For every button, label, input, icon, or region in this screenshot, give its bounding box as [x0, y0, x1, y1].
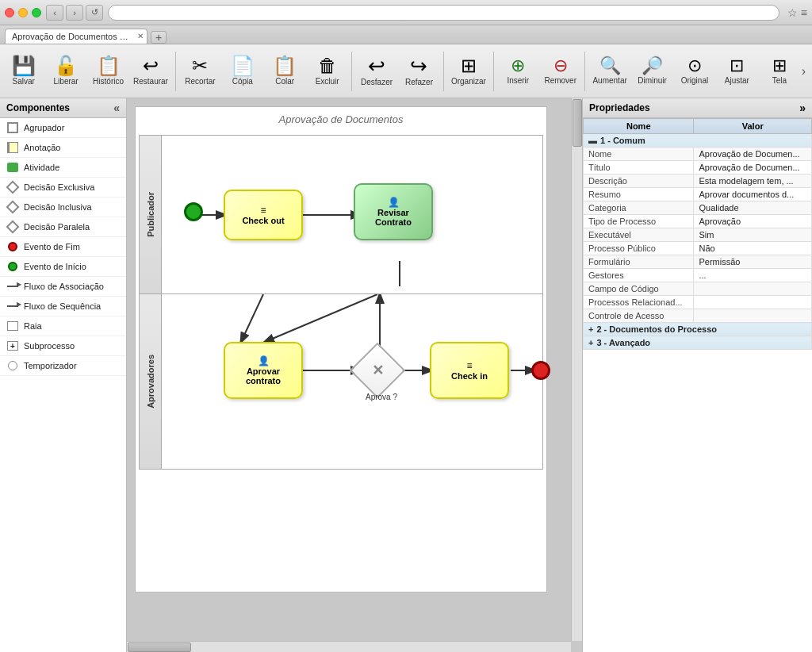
gateway-label: Aprova ?: [362, 393, 401, 401]
undo-icon: ↩: [368, 56, 385, 76]
collapse-components-button[interactable]: «: [113, 102, 120, 114]
component-agrupador[interactable]: Agrupador: [0, 118, 126, 138]
expand-properties-button[interactable]: »: [799, 102, 806, 114]
task-revisar[interactable]: 👤 RevisarContrato: [354, 183, 433, 240]
section-documentos[interactable]: +2 - Documentos do Processo: [584, 323, 812, 336]
scrollbar-thumb-v[interactable]: [573, 99, 582, 147]
component-decisao-exclusiva[interactable]: Decisão Exclusiva: [0, 178, 126, 198]
refresh-button[interactable]: ↺: [86, 5, 103, 21]
toolbar-expand[interactable]: ›: [802, 64, 809, 79]
toolbar: 💾 Salvar 🔓 Liberar 📋 Histórico ↩ Restaur…: [0, 44, 812, 98]
maximize-button[interactable]: [32, 8, 41, 17]
fit-icon: ⊡: [730, 57, 744, 75]
toolbar-historico[interactable]: 📋 Histórico: [88, 48, 128, 94]
gateway-aprova[interactable]: ✕: [350, 343, 406, 399]
task-checkin[interactable]: ≡ Check in: [430, 342, 509, 399]
arrows-lane1: [162, 136, 542, 293]
new-tab-button[interactable]: +: [151, 31, 167, 44]
canvas-blank-space: [136, 473, 546, 592]
temporizador-icon: [6, 359, 19, 372]
restore-icon: ↩: [143, 56, 159, 75]
separator-4: [493, 52, 494, 91]
canvas-scrollbar-h[interactable]: [127, 641, 571, 652]
toolbar-organizar[interactable]: ⊞ Organizar: [448, 48, 488, 94]
prop-row: Controle de Acesso: [584, 309, 812, 323]
toolbar-aumentar[interactable]: 🔍 Aumentar: [589, 48, 630, 94]
back-button[interactable]: ‹: [46, 5, 63, 21]
component-subprocesso[interactable]: + Subprocesso: [0, 336, 126, 356]
toolbar-restaurar[interactable]: ↩ Restaurar: [130, 48, 170, 94]
raia-icon: [6, 320, 19, 332]
right-panel: Propriedades » Nome Valor ▬1 - Comum: [582, 98, 812, 652]
task-aprovar[interactable]: 👤 Aprovarcontrato: [224, 342, 303, 399]
traffic-lights: [5, 8, 41, 17]
left-panel: Componentes « Agrupador Anotação Ativida…: [0, 98, 127, 652]
toolbar-inserir[interactable]: ⊕ Inserir: [498, 48, 538, 94]
close-button[interactable]: [5, 8, 14, 17]
tab-close-icon[interactable]: ✕: [137, 32, 144, 40]
toolbar-refazer[interactable]: ↪ Refazer: [399, 48, 439, 94]
toolbar-liberar[interactable]: 🔓 Liberar: [45, 48, 86, 94]
swimlane-aprovadores-content[interactable]: 👤 Aprovarcontrato ✕ Aprova ? ≡: [162, 294, 542, 469]
scrollbar-thumb-h[interactable]: [128, 642, 191, 652]
toolbar-colar[interactable]: 📋 Colar: [265, 48, 305, 94]
component-decisao-inclusiva[interactable]: Decisão Inclusiva: [0, 198, 126, 217]
component-temporizador[interactable]: Temporizador: [0, 356, 126, 376]
canvas-scrollbar-v[interactable]: [571, 98, 582, 641]
section-avancado-toggle[interactable]: +: [588, 338, 593, 347]
section-documentos-toggle[interactable]: +: [588, 324, 593, 334]
insert-icon: ⊕: [511, 57, 525, 75]
component-decisao-paralela[interactable]: Decisão Paralela: [0, 217, 126, 237]
task-checkout[interactable]: ≡ Check out: [224, 190, 303, 240]
toolbar-excluir[interactable]: 🗑 Excluir: [307, 48, 347, 94]
tab-bar: Aprovação de Documentos - Fluxo de Proce…: [0, 25, 812, 44]
toolbar-diminuir[interactable]: 🔎 Diminuir: [632, 48, 672, 94]
organize-icon: ⊞: [461, 56, 477, 75]
prop-row: Descrição Esta modelagem tem, ...: [584, 175, 812, 188]
component-fluxo-assoc[interactable]: Fluxo de Associação: [0, 277, 126, 297]
toolbar-salvar[interactable]: 💾 Salvar: [3, 48, 44, 94]
decisao-inclusiva-icon: [6, 201, 19, 213]
section-comum-toggle[interactable]: ▬: [588, 136, 597, 145]
section-comum[interactable]: ▬1 - Comum: [584, 134, 812, 148]
toolbar-remover[interactable]: ⊖ Remover: [540, 48, 580, 94]
component-evento-fim[interactable]: Evento de Fim: [0, 237, 126, 257]
prop-row: Resumo Aprovar documentos d...: [584, 188, 812, 201]
address-bar[interactable]: [108, 5, 779, 21]
toolbar-tela[interactable]: ⊞ Tela: [759, 48, 799, 94]
separator-1: [175, 52, 176, 91]
zoom-in-icon: 🔍: [599, 57, 621, 75]
paste-icon: 📋: [273, 56, 297, 75]
browser-extras: ☆≡: [787, 6, 807, 19]
unlock-icon: 🔓: [54, 56, 78, 75]
forward-button[interactable]: ›: [66, 5, 83, 21]
minimize-button[interactable]: [18, 8, 28, 17]
subprocesso-icon: +: [6, 339, 19, 352]
toolbar-copia[interactable]: 📄 Cópia: [222, 48, 262, 94]
evento-fim-icon: [6, 240, 19, 253]
fluxo-seq-icon: [6, 300, 19, 313]
toolbar-recortar[interactable]: ✂ Recortar: [180, 48, 220, 94]
swimlane-publicador-content[interactable]: ≡ Check out 👤 RevisarContrato: [162, 136, 542, 293]
properties-table: Nome Valor ▬1 - Comum Nome Aprovação de …: [583, 118, 812, 652]
start-event[interactable]: [184, 202, 203, 221]
save-icon: 💾: [12, 56, 36, 75]
component-fluxo-seq[interactable]: Fluxo de Sequência: [0, 297, 126, 316]
atividade-icon: [6, 161, 19, 174]
active-tab[interactable]: Aprovação de Documentos - Fluxo de Proce…: [5, 29, 147, 44]
prop-row: Formulário Permissão: [584, 255, 812, 269]
component-anotacao[interactable]: Anotação: [0, 138, 126, 158]
component-raia[interactable]: Raia: [0, 316, 126, 336]
component-evento-inicio[interactable]: Evento de Início: [0, 257, 126, 277]
separator-5: [584, 52, 585, 91]
component-atividade[interactable]: Atividade: [0, 158, 126, 178]
toolbar-original[interactable]: ⊙ Original: [674, 48, 714, 94]
canvas-area[interactable]: Aprovação de Documentos Publicador: [127, 98, 582, 652]
toolbar-desfazer[interactable]: ↩ Desfazer: [356, 48, 396, 94]
copy-icon: 📄: [231, 56, 255, 75]
history-icon: 📋: [97, 56, 121, 75]
toolbar-ajustar[interactable]: ⊡ Ajustar: [717, 48, 757, 94]
decisao-exclusiva-icon: [6, 181, 19, 194]
end-event[interactable]: [531, 361, 550, 380]
section-avancado[interactable]: +3 - Avançado: [584, 336, 812, 350]
